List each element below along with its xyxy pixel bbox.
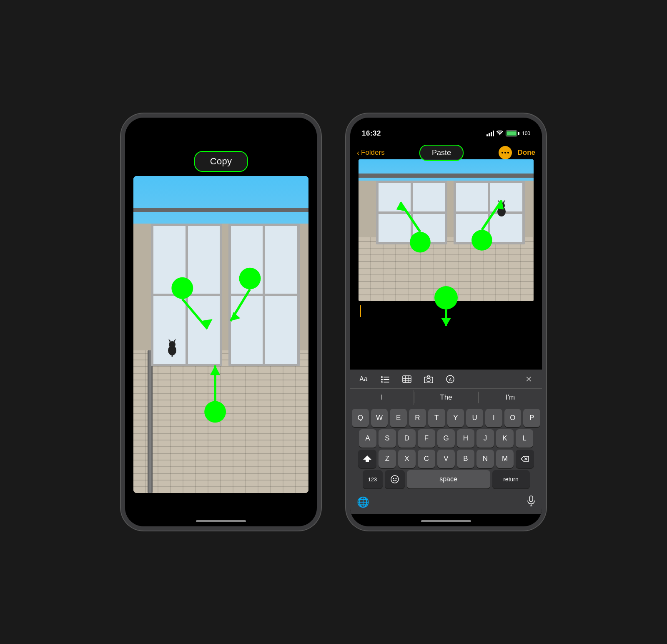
status-bar: 16:32: [350, 124, 542, 143]
svg-point-48: [391, 475, 399, 483]
key-row-4: 123 space return: [352, 470, 540, 488]
svg-marker-2: [168, 339, 171, 342]
key-K[interactable]: K: [496, 429, 514, 448]
format-text-button[interactable]: Aa: [357, 372, 370, 386]
key-M[interactable]: M: [496, 450, 514, 468]
done-button[interactable]: Done: [518, 148, 536, 157]
cat-silhouette-left: [165, 338, 180, 357]
svg-point-14: [502, 152, 503, 153]
globe-button[interactable]: 🌐: [357, 496, 369, 508]
key-E[interactable]: E: [390, 409, 407, 427]
key-I[interactable]: I: [485, 409, 502, 427]
key-W[interactable]: W: [371, 409, 388, 427]
key-U[interactable]: U: [466, 409, 483, 427]
predictive-word-3[interactable]: I'm: [479, 390, 542, 405]
circle-a-button[interactable]: A: [444, 372, 457, 386]
building-photo-right: [359, 159, 534, 301]
keyboard-close-button[interactable]: ✕: [522, 372, 535, 386]
predictive-text-bar: I The I'm: [350, 389, 542, 406]
back-button[interactable]: ‹ Folders: [357, 148, 385, 157]
key-Z[interactable]: Z: [379, 450, 396, 468]
predictive-word-2[interactable]: The: [414, 390, 478, 405]
photo-area-left: [133, 176, 308, 493]
paste-button[interactable]: Paste: [419, 145, 464, 161]
status-time: 16:32: [362, 129, 381, 138]
space-button[interactable]: space: [407, 470, 490, 488]
key-R[interactable]: R: [409, 409, 426, 427]
svg-rect-36: [403, 376, 411, 382]
camera-button[interactable]: [422, 372, 435, 386]
home-indicator-right: [421, 520, 471, 522]
svg-point-42: [427, 378, 430, 382]
key-V[interactable]: V: [437, 450, 455, 468]
brick-right: [359, 237, 534, 301]
svg-point-49: [393, 478, 394, 479]
key-G[interactable]: G: [437, 429, 455, 448]
svg-point-16: [507, 152, 509, 153]
key-D[interactable]: D: [398, 429, 416, 448]
number-key[interactable]: 123: [363, 470, 383, 488]
key-N[interactable]: N: [476, 450, 494, 468]
key-F[interactable]: F: [418, 429, 435, 448]
return-button[interactable]: return: [492, 470, 530, 488]
svg-marker-45: [363, 455, 371, 462]
more-options-button[interactable]: [499, 146, 512, 159]
roof-left: [133, 208, 308, 212]
keyboard-toolbar: Aa: [350, 370, 542, 389]
key-B[interactable]: B: [457, 450, 474, 468]
key-rows: Q W E R T Y U I O P A S D F G: [350, 406, 542, 492]
svg-rect-33: [384, 379, 389, 380]
window-frame-2: [228, 224, 300, 366]
key-row-2: A S D F G H J K L: [352, 429, 540, 448]
roof-right: [359, 174, 534, 178]
key-S[interactable]: S: [379, 429, 396, 448]
key-J[interactable]: J: [476, 429, 494, 448]
svg-point-34: [381, 381, 383, 382]
key-L[interactable]: L: [516, 429, 533, 448]
svg-point-18: [498, 202, 505, 209]
key-row-3: Z X C V B N M: [352, 450, 540, 468]
svg-marker-29: [441, 318, 451, 326]
key-A[interactable]: A: [359, 429, 376, 448]
window-frame-1: [151, 224, 222, 366]
text-cursor: [360, 305, 361, 317]
cat-silhouette-right: [494, 199, 509, 218]
battery-icon: [506, 131, 519, 136]
key-Q[interactable]: Q: [352, 409, 369, 427]
volume-up-button[interactable]: [121, 184, 123, 209]
status-icons: 100: [486, 130, 530, 137]
chevron-left-icon: ‹: [357, 149, 359, 156]
volume-down-button-right[interactable]: [346, 216, 349, 241]
brick-left: [133, 350, 308, 493]
key-T[interactable]: T: [428, 409, 445, 427]
key-C[interactable]: C: [418, 450, 435, 468]
table-button[interactable]: [400, 372, 414, 386]
shift-button[interactable]: [358, 450, 376, 468]
photo-area-right: [359, 159, 534, 301]
key-H[interactable]: H: [457, 429, 474, 448]
keyboard-area: Aa: [350, 370, 542, 514]
key-X[interactable]: X: [398, 450, 416, 468]
nav-right-actions: Done: [499, 146, 536, 159]
volume-down-button[interactable]: [121, 216, 123, 241]
power-button[interactable]: [318, 193, 321, 226]
microphone-button[interactable]: [527, 496, 535, 509]
emoji-button[interactable]: [385, 470, 405, 488]
svg-rect-35: [384, 382, 389, 382]
volume-up-button-right[interactable]: [346, 184, 349, 209]
key-P[interactable]: P: [523, 409, 540, 427]
key-O[interactable]: O: [504, 409, 522, 427]
key-Y[interactable]: Y: [447, 409, 464, 427]
delete-button[interactable]: [516, 450, 534, 468]
svg-rect-41: [424, 377, 433, 383]
window-frame-r1: [376, 181, 447, 244]
list-button[interactable]: [379, 372, 392, 386]
predictive-word-1[interactable]: I: [350, 390, 414, 405]
svg-point-50: [395, 478, 396, 479]
power-button-right[interactable]: [544, 193, 546, 226]
copy-button[interactable]: Copy: [194, 151, 248, 172]
dynamic-island-left: [196, 123, 246, 138]
svg-marker-19: [498, 200, 500, 203]
svg-point-1: [169, 341, 176, 348]
home-indicator-left: [196, 520, 246, 522]
